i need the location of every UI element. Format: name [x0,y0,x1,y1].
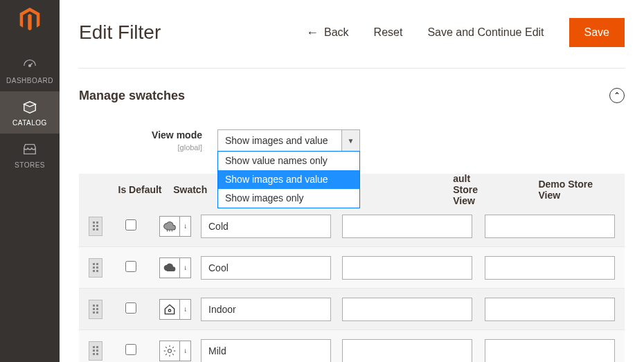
nav-dashboard[interactable]: DASHBOARD [0,49,60,91]
back-arrow-icon: ← [306,26,319,40]
drag-handle[interactable] [89,258,102,278]
swatch-caret-icon[interactable]: ↓ [180,257,191,278]
demo-store-input[interactable] [485,339,615,363]
th-swatch: Swatch [169,184,215,195]
view-mode-dropdown: Show value names only Show images and va… [217,151,360,208]
reset-button[interactable]: Reset [374,26,403,39]
save-button[interactable]: Save [569,18,625,47]
view-mode-option[interactable]: Show images only [218,189,359,208]
drag-handle[interactable] [89,217,102,236]
stores-icon [22,142,37,157]
nav-catalog-label: CATALOG [0,119,60,127]
save-continue-button[interactable]: Save and Continue Edit [427,26,544,39]
page-header: Edit Filter ← Back Reset Save and Contin… [79,0,625,69]
swatch-picker[interactable]: ↓ [159,257,194,278]
svg-point-5 [169,309,171,311]
drag-handle[interactable] [89,300,102,319]
is-default-checkbox[interactable] [125,261,136,272]
svg-line-11 [166,347,167,348]
svg-line-12 [172,354,174,355]
page-title: Edit Filter [79,21,161,44]
view-mode-label: View mode [134,129,202,141]
default-store-input[interactable] [342,339,472,363]
view-mode-selected: Show images and value [218,130,341,151]
default-store-input[interactable] [342,256,472,280]
chevron-up-icon: ⌃ [614,91,620,100]
table-row: ↓ [79,289,625,330]
swatch-picker[interactable]: ↓ [159,299,194,320]
svg-line-14 [172,347,174,348]
admin-input[interactable] [201,256,331,280]
table-row: ↓ [79,247,625,289]
th-is-default: Is Default [111,184,169,195]
swatch-snowflake-icon [159,216,180,237]
is-default-checkbox[interactable] [125,219,136,230]
svg-line-13 [166,354,167,355]
magento-logo[interactable] [17,7,42,32]
admin-input[interactable] [201,215,331,238]
nav-stores[interactable]: STORES [0,134,60,176]
th-demo-store: Demo Store View [481,179,615,201]
swatch-cloud-icon [159,257,180,278]
nav-catalog[interactable]: CATALOG [0,91,60,134]
table-row: ↓ [79,330,625,362]
collapse-section-button[interactable]: ⌃ [609,88,625,103]
swatch-caret-icon[interactable]: ↓ [180,299,191,320]
view-mode-select[interactable]: Show images and value ▼ Show value names… [217,129,360,152]
catalog-icon [22,100,37,115]
dashboard-icon [22,57,37,73]
swatch-caret-icon[interactable]: ↓ [180,216,191,237]
view-mode-scope: [global] [178,143,202,152]
svg-point-6 [168,349,172,352]
th-default-store: ault Store View [345,173,481,206]
section-title: Manage swatches [79,89,185,103]
back-label: Back [324,26,349,39]
back-button[interactable]: ← Back [306,26,349,40]
swatch-picker[interactable]: ↓ [159,216,194,237]
nav-stores-label: STORES [0,161,60,169]
is-default-checkbox[interactable] [125,302,136,314]
view-mode-option[interactable]: Show images and value [218,170,359,189]
swatch-sun-icon [159,341,180,361]
drag-handle[interactable] [89,341,102,361]
swatch-caret-icon[interactable]: ↓ [180,341,191,361]
demo-store-input[interactable] [485,256,615,280]
is-default-checkbox[interactable] [125,344,136,355]
view-mode-option[interactable]: Show value names only [218,152,359,170]
demo-store-input[interactable] [485,215,615,238]
default-store-input[interactable] [342,215,472,238]
admin-input[interactable] [201,298,331,321]
dropdown-caret-icon[interactable]: ▼ [341,130,359,151]
admin-input[interactable] [201,339,331,363]
demo-store-input[interactable] [485,298,615,321]
nav-dashboard-label: DASHBOARD [0,77,60,84]
table-row: ↓ [79,206,625,247]
swatch-picker[interactable]: ↓ [159,341,194,361]
side-navigation: DASHBOARD CATALOG STORES [0,0,60,362]
swatch-house-icon [159,299,180,320]
default-store-input[interactable] [342,298,472,321]
